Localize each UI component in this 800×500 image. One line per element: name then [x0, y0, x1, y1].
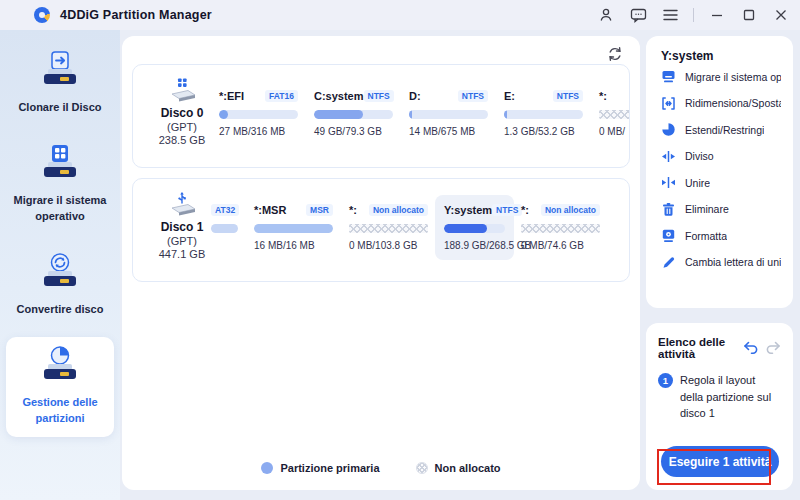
redo-icon[interactable] [765, 340, 781, 356]
filesystem-badge: MSR [306, 204, 333, 216]
undo-icon[interactable] [743, 340, 759, 356]
app-title: 4DDiG Partition Manager [60, 8, 212, 22]
format-icon [661, 228, 676, 243]
sidebar-item-migrate-os[interactable]: Migrare il sistema operativo [6, 135, 114, 235]
action-delete[interactable]: Eliminare [658, 196, 781, 222]
usb-disk-icon [164, 192, 200, 218]
filesystem-badge: NTFS [458, 90, 488, 102]
migrate-os-icon [38, 143, 82, 183]
partition-actions-panel: Y:system Migrare il sistema opera... Rid… [646, 36, 793, 308]
convert-disk-icon [38, 252, 82, 292]
menu-icon[interactable] [661, 6, 679, 24]
clone-disk-icon [38, 50, 82, 90]
minimize-button[interactable] [708, 6, 726, 24]
maximize-button[interactable] [740, 6, 758, 24]
refresh-icon[interactable] [606, 45, 626, 65]
disk-row-disco-1[interactable]: Disco 1 (GPT) 447.1 GB AT32 *:MSR MSR [132, 178, 630, 282]
task-list-panel: Elenco delle attività 1 Regola il layout… [646, 323, 793, 490]
primary-partition-dot-icon [261, 462, 273, 474]
partition-e[interactable]: E: NTFS 1.3 GB/53.2 GB [504, 89, 583, 138]
usage-bar [211, 224, 238, 233]
disk-scheme: (GPT) [146, 121, 218, 133]
partition-c-system[interactable]: C:system NTFS 49 GB/79.3 GB [314, 89, 393, 138]
legend-unallocated: Non allocato [416, 462, 501, 474]
sidebar: Clonare il Disco Migrare il sistema oper… [0, 30, 120, 500]
usage-bar [254, 224, 333, 233]
app-window: 4DDiG Partition Manager [0, 0, 800, 500]
filesystem-badge: NTFS [553, 90, 583, 102]
sidebar-item-convert-disk[interactable]: Convertire disco [6, 244, 114, 328]
main-panel: Disco 0 (GPT) 238.5 GB *:EFI FAT16 27 MB… [122, 36, 640, 490]
legend-primary: Partizione primaria [261, 462, 379, 474]
sidebar-item-clone-disk[interactable]: Clonare il Disco [6, 42, 114, 126]
action-merge[interactable]: Unire [658, 170, 781, 196]
disk-name: Disco 1 [146, 220, 218, 234]
partition-efi[interactable]: *:EFI FAT16 27 MB/316 MB [219, 89, 298, 138]
disk-size: 238.5 GB [146, 134, 218, 146]
usage-bar [349, 224, 428, 233]
filesystem-badge: FAT16 [265, 90, 298, 102]
filesystem-badge: AT32 [211, 204, 239, 216]
usage-bar [409, 110, 412, 119]
task-description: Regola il layout della partizione sul di… [680, 372, 781, 422]
filesystem-badge: NTFS [364, 90, 394, 102]
disk-info: Disco 0 (GPT) 238.5 GB [146, 78, 218, 146]
unallocated-dot-icon [416, 462, 428, 474]
sidebar-item-label: Clonare il Disco [8, 100, 112, 116]
disk-info: Disco 1 (GPT) 447.1 GB [146, 192, 218, 260]
merge-icon [661, 175, 676, 190]
extend-shrink-icon [661, 122, 676, 137]
filesystem-badge: Non allocato [541, 204, 600, 216]
disk-size: 447.1 GB [146, 248, 218, 260]
migrate-os-icon [661, 69, 676, 84]
close-button[interactable] [772, 6, 790, 24]
change-drive-letter-icon [661, 255, 676, 270]
partition-manager-icon [38, 345, 82, 385]
filesystem-badge: NTFS [492, 204, 522, 216]
sidebar-item-label: Migrare il sistema operativo [8, 193, 112, 225]
usage-bar [521, 224, 600, 233]
action-split[interactable]: Diviso [658, 143, 781, 169]
execute-tasks-button[interactable]: Eseguire 1 attività [661, 446, 779, 477]
app-logo-icon [34, 7, 50, 23]
partition-msr[interactable]: *:MSR MSR 16 MB/16 MB [254, 203, 333, 252]
sidebar-item-partition-manager[interactable]: Gestione delle partizioni [6, 337, 114, 437]
filesystem-badge: Non allocato [369, 204, 428, 216]
titlebar: 4DDiG Partition Manager [0, 0, 800, 30]
titlebar-separator [693, 8, 694, 22]
partition-fat32-small[interactable]: AT32 [211, 203, 238, 252]
delete-icon [661, 202, 676, 217]
legend: Partizione primaria Non allocato [122, 462, 640, 474]
usage-bar [314, 110, 363, 119]
action-format[interactable]: Formatta [658, 223, 781, 249]
partition-unallocated[interactable]: *: 0 MB/ [599, 89, 630, 138]
partition-unallocated[interactable]: *: Non allocato 0 MB/103.8 GB [349, 203, 428, 252]
disk-name: Disco 0 [146, 106, 218, 120]
partition-unallocated[interactable]: *: Non allocato 0 MB/74.6 GB [521, 203, 600, 252]
task-item: 1 Regola il layout della partizione sul … [658, 372, 781, 422]
partition-y-system-selected[interactable]: Y:system NTFS 188.9 GB/268.5 GB [435, 195, 514, 260]
split-icon [661, 149, 676, 164]
action-change-drive-letter[interactable]: Cambia lettera di unità [658, 249, 781, 275]
usage-bar [219, 110, 228, 119]
disk-scheme: (GPT) [146, 235, 218, 247]
action-extend-shrink[interactable]: Estendi/Restringi [658, 117, 781, 143]
usage-bar [599, 110, 630, 119]
partition-d[interactable]: D: NTFS 14 MB/675 MB [409, 89, 488, 138]
selected-partition-title: Y:system [661, 49, 781, 63]
feedback-icon[interactable] [629, 6, 647, 24]
task-number-badge: 1 [658, 373, 673, 388]
action-migrate-os[interactable]: Migrare il sistema opera... [658, 64, 781, 90]
task-list-title: Elenco delle attività [658, 336, 737, 360]
sidebar-item-label: Gestione delle partizioni [8, 395, 112, 427]
resize-move-icon [661, 96, 676, 111]
account-icon[interactable] [597, 6, 615, 24]
usage-bar [504, 110, 507, 119]
usage-bar [444, 224, 487, 233]
internal-disk-icon [164, 78, 200, 104]
sidebar-item-label: Convertire disco [8, 302, 112, 318]
action-resize-move[interactable]: Ridimensiona/Sposta [658, 90, 781, 116]
disk-row-disco-0[interactable]: Disco 0 (GPT) 238.5 GB *:EFI FAT16 27 MB… [132, 64, 630, 168]
